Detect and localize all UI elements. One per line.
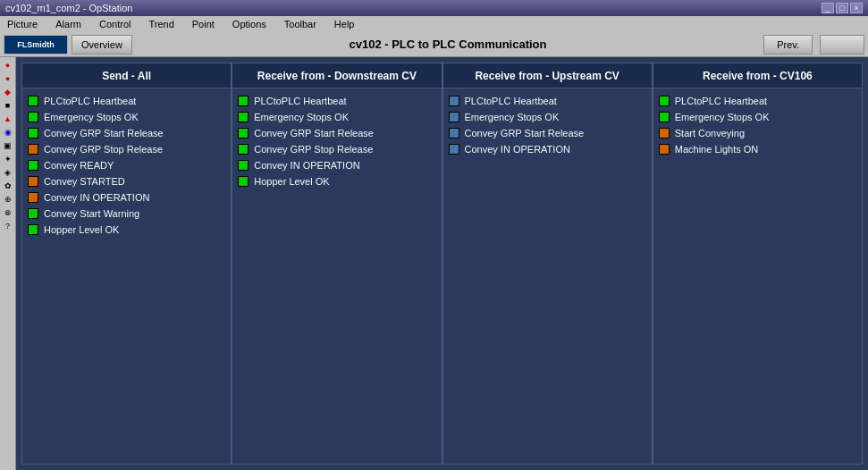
status-label: Convey GRP Stop Release — [254, 144, 373, 155]
sidebar-icon-2[interactable]: ◆ — [2, 86, 14, 98]
sidebar-icon-7[interactable]: ✦ — [2, 153, 14, 165]
next-button[interactable] — [820, 35, 864, 55]
list-item: Convey IN OPERATION — [28, 192, 225, 203]
logo-text: FLSmidth — [17, 40, 55, 49]
indicator-orange — [28, 192, 38, 203]
sidebar: ● ● ◆ ■ ▲ ◉ ▣ ✦ ◈ ✿ ⊕ ⊗ ? — [0, 57, 16, 470]
sidebar-icon-8[interactable]: ◈ — [2, 166, 14, 179]
sidebar-icon-9[interactable]: ✿ — [2, 180, 14, 192]
list-item: PLCtoPLC Heartbeat — [238, 96, 435, 106]
list-item: Hopper Level OK — [238, 176, 435, 187]
prev-button[interactable]: Prev. — [763, 35, 813, 55]
indicator-green — [659, 96, 670, 106]
indicator-green — [238, 112, 249, 122]
status-label: Emergency Stops OK — [44, 112, 139, 122]
list-item: Convey GRP Stop Release — [28, 144, 225, 155]
column-header-upstream: Receive from - Upstream CV — [443, 63, 652, 88]
sidebar-icon-4[interactable]: ▲ — [2, 113, 14, 125]
maximize-btn[interactable]: □ — [836, 3, 848, 13]
list-item: Convey STARTED — [28, 176, 225, 187]
menu-trend[interactable]: Trend — [145, 19, 177, 29]
list-item: Emergency Stops OK — [449, 112, 646, 122]
sidebar-icon-6[interactable]: ▣ — [2, 139, 14, 152]
column-header-downstream: Receive from - Downstream CV — [232, 63, 441, 88]
status-label: PLCtoPLC Heartbeat — [465, 96, 557, 106]
main-content: Send - All PLCtoPLC Heartbeat Emergency … — [16, 57, 868, 470]
menu-picture[interactable]: Picture — [4, 19, 41, 29]
indicator-green — [28, 128, 38, 138]
status-label: Convey IN OPERATION — [254, 160, 359, 171]
status-label: PLCtoPLC Heartbeat — [675, 96, 767, 106]
window-controls[interactable]: _ □ × — [822, 3, 863, 13]
status-label: Convey STARTED — [44, 176, 125, 187]
indicator-blue-gray — [449, 96, 459, 106]
column-cv106: Receive from - CV106 PLCtoPLC Heartbeat … — [653, 63, 863, 465]
status-label: Convey GRP Stop Release — [44, 144, 163, 155]
indicator-green — [238, 144, 249, 155]
indicator-green — [238, 160, 249, 171]
list-item: Convey IN OPERATION — [238, 160, 435, 171]
column-header-send-all: Send - All — [22, 63, 231, 88]
sidebar-icon-11[interactable]: ⊗ — [2, 206, 14, 219]
column-downstream: Receive from - Downstream CV PLCtoPLC He… — [232, 63, 442, 465]
column-body-downstream: PLCtoPLC Heartbeat Emergency Stops OK Co… — [232, 88, 441, 194]
list-item: Convey IN OPERATION — [449, 144, 646, 155]
status-label: Convey READY — [44, 160, 114, 171]
indicator-green — [659, 112, 670, 122]
list-item: PLCtoPLC Heartbeat — [659, 96, 856, 106]
list-item: Convey READY — [28, 160, 225, 171]
menu-help[interactable]: Help — [331, 19, 358, 29]
indicator-green — [238, 176, 249, 187]
sidebar-icon-5[interactable]: ◉ — [2, 126, 14, 138]
indicator-blue-gray — [449, 128, 459, 138]
list-item: Convey GRP Start Release — [449, 128, 646, 138]
window-title: cv102_m1_com2 - OpStation — [5, 3, 132, 13]
list-item: Convey GRP Stop Release — [238, 144, 435, 155]
status-label: Hopper Level OK — [254, 176, 329, 187]
minimize-btn[interactable]: _ — [822, 3, 834, 13]
indicator-blue-gray — [449, 112, 459, 122]
menu-point[interactable]: Point — [189, 19, 218, 29]
menu-alarm[interactable]: Alarm — [52, 19, 85, 29]
status-label: Emergency Stops OK — [465, 112, 560, 122]
indicator-green — [238, 96, 249, 106]
sidebar-icon-12[interactable]: ? — [2, 220, 14, 232]
status-label: Emergency Stops OK — [254, 112, 349, 122]
sidebar-icon-3[interactable]: ■ — [2, 99, 14, 112]
columns-container: Send - All PLCtoPLC Heartbeat Emergency … — [16, 57, 868, 470]
column-body-upstream: PLCtoPLC Heartbeat Emergency Stops OK Co… — [443, 88, 652, 162]
sidebar-icon-1[interactable]: ● — [2, 72, 14, 85]
list-item: PLCtoPLC Heartbeat — [449, 96, 646, 106]
indicator-green — [28, 224, 38, 235]
indicator-green — [28, 208, 38, 219]
status-label: Convey GRP Start Release — [254, 128, 374, 138]
list-item: Machine Lights ON — [659, 144, 856, 155]
status-label: Convey Start Warning — [44, 208, 139, 219]
list-item: Convey GRP Start Release — [238, 128, 435, 138]
overview-button[interactable]: Overview — [72, 35, 132, 55]
menu-toolbar[interactable]: Toolbar — [281, 19, 320, 29]
menu-options[interactable]: Options — [229, 19, 270, 29]
list-item: Emergency Stops OK — [659, 112, 856, 122]
list-item: Emergency Stops OK — [238, 112, 435, 122]
status-label: Hopper Level OK — [44, 224, 119, 235]
column-upstream: Receive from - Upstream CV PLCtoPLC Hear… — [442, 63, 653, 465]
indicator-orange — [659, 144, 670, 155]
status-label: PLCtoPLC Heartbeat — [254, 96, 346, 106]
list-item: Convey GRP Start Release — [28, 128, 225, 138]
menu-bar: Picture Alarm Control Trend Point Option… — [0, 16, 868, 32]
indicator-green — [238, 128, 249, 138]
indicator-green — [28, 112, 38, 122]
menu-control[interactable]: Control — [96, 19, 134, 29]
status-label: Convey IN OPERATION — [44, 192, 149, 203]
status-label: Emergency Stops OK — [675, 112, 770, 122]
sidebar-icon-10[interactable]: ⊕ — [2, 193, 14, 206]
column-body-send-all: PLCtoPLC Heartbeat Emergency Stops OK Co… — [22, 88, 231, 242]
sidebar-icon-0[interactable]: ● — [2, 59, 14, 71]
column-body-cv106: PLCtoPLC Heartbeat Emergency Stops OK St… — [653, 88, 862, 162]
status-label: Machine Lights ON — [675, 144, 759, 155]
close-btn[interactable]: × — [850, 3, 863, 13]
list-item: PLCtoPLC Heartbeat — [28, 96, 225, 106]
list-item: Emergency Stops OK — [28, 112, 225, 122]
indicator-orange — [28, 144, 38, 155]
